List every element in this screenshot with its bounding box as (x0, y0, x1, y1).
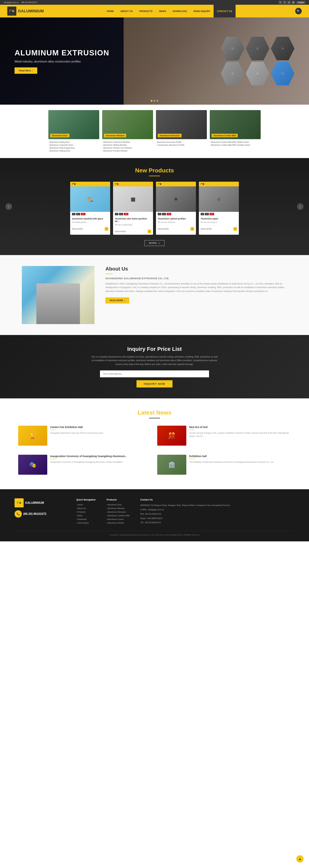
footer-product-window[interactable]: Aluminium Window (106, 507, 129, 509)
product-desc-1: Hot selling alumin... (70, 221, 110, 225)
read-more-2[interactable]: READ MORE (115, 230, 126, 232)
product-title-3: Aluminium cabinet profiles (156, 216, 196, 221)
hero-banner: ALUMINUM EXTRUSION Metal industry, alumi… (0, 18, 309, 105)
news-line-inauguration (50, 459, 56, 459)
cat-link-visible-frame[interactable]: Aluminium Curtain Wall With Visible Fram… (210, 141, 261, 143)
read-more-1[interactable]: READ MORE (72, 228, 83, 230)
footer-product-louvre[interactable]: Aluminium Louvre (106, 518, 129, 520)
cat-link-casement-window[interactable]: Aluminium Casement Window (102, 141, 153, 143)
cat-link-tilt-window[interactable]: Aluminium Tilt And Turn Window (102, 147, 153, 149)
footer-nav-products[interactable]: Products (76, 511, 96, 513)
product-card-logo-1: 广金 (70, 182, 110, 186)
cat-link-swing-door[interactable]: Aluminium Swing Door (48, 141, 99, 143)
nav-home[interactable]: HOME (103, 5, 117, 18)
hero-hexagons: ⬡ ⬡ ⬡ ⬡ ⬡ ⬡ (221, 37, 295, 85)
cat-link-casement-door[interactable]: Aluminium Casement Door (48, 144, 99, 146)
footer-product-shutter[interactable]: Aluminium Shutter (106, 522, 129, 524)
read-more-btn-2[interactable]: + (148, 229, 151, 233)
news-title-inauguration[interactable]: Inauguration Ceremony of Guangdong Guang… (50, 455, 152, 458)
footer-skype: Skype: +8613880376827 (140, 517, 230, 520)
read-more-btn-1[interactable]: + (105, 227, 108, 231)
news-title-canton[interactable]: Canton Fair Exhibition Hall (50, 426, 152, 429)
hex-item-2: ⬡ (246, 37, 269, 60)
cat-link-construction-profile[interactable]: Construction Aluminium Profile (156, 144, 207, 146)
language-button[interactable]: English (297, 1, 305, 4)
cat-link-extrusion-profile[interactable]: Aluminium Extrusion Profile (156, 141, 207, 143)
products-grid: 广金 🏗️ CE ISO SGS aluminium handrail with… (11, 182, 298, 235)
nav-send-inquiry[interactable]: SEND INQUIRY (190, 5, 214, 18)
read-more-btn-4[interactable]: + (234, 227, 237, 231)
about-description: Established in 1993, Guangdong Galuminiu… (105, 282, 287, 293)
footer-phone-number: (86-20) 86161672 (23, 512, 47, 516)
social-icons: f t in ▶ (279, 1, 295, 4)
cat-links-door: Aluminium Swing Door Aluminium Casement … (48, 141, 99, 152)
footer-nav-about[interactable]: About Us (76, 507, 96, 509)
title-underline (149, 176, 160, 176)
nav-about[interactable]: ABOUT US (117, 5, 136, 18)
cat-card-extrusion: Aluminium Extrusion Aluminium Extrusion … (156, 110, 207, 153)
product-footer-4: READ MORE + (199, 225, 239, 232)
nav-news[interactable]: NEWS (156, 5, 169, 18)
read-more-3[interactable]: READ MORE (158, 228, 169, 230)
footer-nav-home[interactable]: Home (76, 503, 96, 506)
badge-sgs-1: SGS (81, 213, 86, 215)
inquiry-title: Inquiry For Price List (36, 346, 273, 352)
product-card-partition: 广金 ▦ CE ISO SGS Aluminium slim frame par… (113, 182, 153, 235)
facebook-icon[interactable]: f (279, 1, 282, 4)
footer-nav-news[interactable]: News (76, 515, 96, 517)
about-company-name: GUANGDONG GALUMINIUM EXTRUSION CO. LTD. (105, 277, 287, 280)
cat-link-sliding-window[interactable]: Aluminium Sliding Window (102, 144, 153, 146)
footer-products: Products Aluminium Door Aluminium Window… (106, 498, 129, 525)
hex-item-4: ⬡ (221, 62, 244, 85)
read-more-4[interactable]: READ MORE (201, 228, 212, 230)
footer-product-extrusion[interactable]: Aluminium Extrusion (106, 511, 129, 513)
footer-nav-download[interactable]: Download (76, 518, 96, 520)
hero-title: ALUMINUM EXTRUSION (14, 49, 109, 57)
footer-product-door[interactable]: Aluminium Door (106, 503, 129, 506)
footer-nav-send-inquiry[interactable]: Send Inquiry (76, 522, 96, 524)
cat-links-window: Aluminium Casement Window Aluminium Slid… (102, 141, 153, 152)
carousel-prev-button[interactable]: ‹ (5, 203, 12, 210)
top-bar-right: f t in ▶ English (279, 1, 305, 4)
inquiry-email-input[interactable] (100, 370, 209, 377)
dot-1[interactable] (151, 100, 153, 102)
cat-link-sliding-door[interactable]: Aluminium Sliding Door (48, 150, 99, 152)
news-item-inauguration: 🎭 Inauguration Ceremony of Guangdong Gua… (18, 455, 152, 475)
nav-contact-us[interactable]: CONTACT US (214, 5, 236, 18)
nav-products[interactable]: PRODUCTS (136, 5, 156, 18)
linkedin-icon[interactable]: in (287, 1, 291, 4)
cat-link-pivoted-window[interactable]: Aluminium Pivoted Window (102, 150, 153, 152)
inquiry-now-button[interactable]: INQUIRY NOW (136, 380, 173, 388)
news-img-exhibition: 🏛️ (157, 455, 186, 475)
logo-icon: 广金 (7, 6, 17, 16)
about-content: About Us GUANGDONG GALUMINIUM EXTRUSION … (105, 266, 287, 304)
badge-sgs-4: SGS (210, 213, 214, 215)
search-button[interactable]: 🔍 (295, 8, 302, 14)
logo[interactable]: 广金 GALUMINIUM (7, 6, 44, 16)
dot-3[interactable] (156, 100, 158, 102)
news-title-exhibition[interactable]: Exhibition hall (189, 455, 291, 458)
footer-product-curtain-wall[interactable]: Aluminium Curtains Wall (106, 515, 129, 517)
about-title-line (105, 274, 113, 274)
hero-content: ALUMINUM EXTRUSION Metal industry, alumi… (0, 49, 124, 74)
about-title: About Us (105, 266, 287, 272)
cat-link-sidehinged-door[interactable]: Aluminium Side-hinged Door (48, 147, 99, 149)
about-read-more-button[interactable]: READ MORE › (105, 298, 129, 304)
more-products-button[interactable]: MORE » (145, 240, 165, 246)
inquiry-section: Inquiry For Price List GAL is a leading … (0, 335, 309, 398)
badge-cert-3: CE (158, 213, 161, 215)
youtube-icon[interactable]: ▶ (292, 1, 295, 4)
news-grid: 🏆 Canton Fair Exhibition Hall Guangzhou … (18, 426, 291, 478)
hero-read-more-button[interactable]: Read More › (14, 67, 37, 74)
product-card-cabinet: 广金 ≡ CE ISO SGS Aluminium cabinet profil… (156, 182, 196, 235)
dot-2[interactable] (154, 100, 155, 102)
cat-link-invisible-frame[interactable]: Aluminium Curtain Wall With Invisible Fr… (210, 144, 261, 146)
carousel-next-button[interactable]: › (297, 203, 304, 210)
news-title-new-era[interactable]: New Era of GAl (189, 426, 291, 429)
twitter-icon[interactable]: t (283, 1, 286, 4)
nav-download[interactable]: DOWNLOAD (169, 5, 190, 18)
read-more-btn-3[interactable]: + (190, 227, 194, 231)
product-footer-2: READ MORE + (113, 228, 153, 235)
product-badges-2: CE ISO SGS (113, 212, 153, 216)
cat-card-door: Aluminium Door Aluminium Swing Door Alum… (48, 110, 99, 153)
